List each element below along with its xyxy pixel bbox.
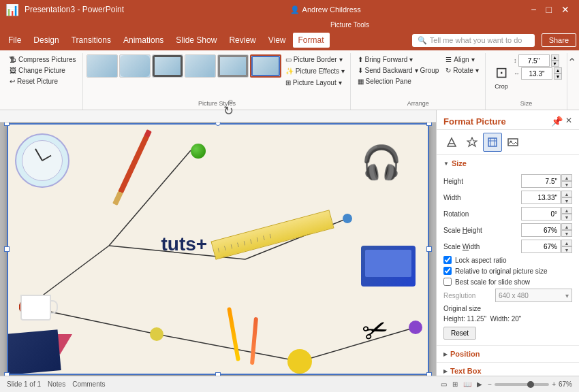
slide[interactable]: ||||||||| 🎧 tuts+ ✂: [7, 123, 429, 375]
panel-close-button[interactable]: ✕: [565, 116, 572, 127]
bring-forward-arrow: ▾: [409, 56, 413, 63]
view-reading-icon[interactable]: 📖: [463, 380, 471, 388]
reset-label: Reset Picture: [17, 78, 58, 85]
handle-mid-left[interactable]: [4, 246, 10, 252]
size-position-button[interactable]: [483, 133, 502, 152]
zoom-in-button[interactable]: +: [552, 380, 556, 388]
best-scale-checkbox[interactable]: [443, 278, 452, 286]
fill-effect-button[interactable]: [442, 133, 461, 152]
menu-item-view[interactable]: View: [263, 33, 292, 48]
height-field[interactable]: [521, 174, 561, 188]
menu-item-design[interactable]: Design: [28, 33, 64, 48]
picture-layout-button[interactable]: ⊞ Picture Layout ▾: [283, 78, 347, 88]
close-button[interactable]: ✕: [557, 3, 574, 16]
view-sorter-icon[interactable]: ⊞: [452, 380, 458, 388]
scale-width-field[interactable]: [521, 240, 561, 253]
style-thumb-6[interactable]: [250, 54, 281, 78]
scale-width-spin-up[interactable]: ▲: [561, 240, 572, 246]
scale-width-spin-down[interactable]: ▼: [561, 246, 572, 253]
view-normal-icon[interactable]: ▭: [441, 380, 447, 388]
slide-viewport[interactable]: ||||||||| 🎧 tuts+ ✂: [0, 122, 436, 376]
scale-height-spin-up[interactable]: ▲: [561, 223, 572, 230]
maximize-button[interactable]: □: [542, 3, 556, 16]
menu-item-review[interactable]: Review: [223, 33, 261, 48]
compress-icon: 🗜: [10, 56, 16, 63]
height-spin-down[interactable]: ▼: [561, 181, 572, 188]
height-input[interactable]: [518, 54, 550, 67]
arrange-column-2: ☰ Align ▾ ↻ Rotate ▾: [443, 54, 481, 76]
crop-button[interactable]: ⊡ Crop: [490, 61, 512, 93]
rotation-spin-up[interactable]: ▲: [561, 207, 572, 214]
scale-height-field[interactable]: [521, 223, 561, 237]
format-panel-header: Format Picture 📌 ✕: [437, 110, 579, 130]
title-bar: 📊 Presentation3 - PowerPoint 👤 Andrew Ch…: [0, 0, 579, 19]
reset-picture-button[interactable]: ↩ Reset Picture: [7, 76, 78, 86]
rotate-button[interactable]: ↻ Rotate ▾: [443, 65, 481, 76]
menu-item-format[interactable]: Format: [293, 33, 330, 48]
arrange-column: ⬆ Bring Forward ▾ ⬇ Send Backward ▾ Grou…: [355, 54, 442, 86]
change-picture-button[interactable]: 🖼 Change Picture: [7, 65, 78, 76]
width-spin-down[interactable]: ▼: [561, 197, 572, 204]
scale-height-spin-down[interactable]: ▼: [561, 230, 572, 237]
selection-pane-icon: ▦: [358, 78, 364, 85]
styles-content: ▭ Picture Border ▾ ✨ Picture Effects ▾ ⊞…: [87, 54, 347, 97]
position-section-header[interactable]: ▶ Position: [437, 346, 579, 363]
handle-top-left[interactable]: [4, 122, 10, 126]
comments-button[interactable]: Comments: [72, 380, 105, 388]
menu-item-file[interactable]: File: [3, 33, 27, 48]
compress-pictures-button[interactable]: 🗜 Compress Pictures: [7, 54, 78, 65]
compress-label: Compress Pictures: [18, 56, 76, 63]
share-button[interactable]: Share: [542, 33, 576, 47]
picture-button[interactable]: [503, 133, 522, 152]
notes-button[interactable]: Notes: [48, 380, 65, 388]
lock-aspect-checkbox[interactable]: [443, 256, 452, 264]
rotation-spin-down[interactable]: ▼: [561, 214, 572, 220]
handle-top-right[interactable]: [426, 122, 432, 126]
scale-height-row: Scale Height ▲ ▼: [443, 223, 572, 237]
textbox-section-header[interactable]: ▶ Text Box: [437, 363, 579, 376]
height-down[interactable]: ▼: [551, 61, 559, 67]
width-down[interactable]: ▼: [554, 74, 562, 80]
panel-pin-button[interactable]: 📌: [551, 116, 563, 127]
resolution-select[interactable]: 640 x 480 ▾: [495, 289, 572, 302]
picture-tools-bar: Picture Tools: [0, 19, 579, 30]
align-button[interactable]: ☰ Align ▾: [443, 54, 481, 65]
size-section-header[interactable]: ▼ Size: [437, 155, 579, 172]
search-bar[interactable]: 🔍 Tell me what you want to do: [412, 34, 535, 47]
width-input[interactable]: [521, 67, 552, 80]
handle-bot-center[interactable]: [215, 372, 221, 376]
width-up[interactable]: ▲: [554, 67, 562, 74]
relative-to-original-checkbox[interactable]: [443, 267, 452, 275]
zoom-out-button[interactable]: −: [488, 380, 492, 388]
style-thumb-5[interactable]: [217, 54, 249, 78]
svg-rect-19: [508, 139, 518, 146]
picture-effects-button[interactable]: ✨ Picture Effects ▾: [283, 66, 347, 76]
height-spin-up[interactable]: ▲: [561, 174, 572, 181]
bring-forward-button[interactable]: ⬆ Bring Forward ▾: [355, 54, 442, 65]
handle-bot-left[interactable]: [4, 372, 10, 376]
menu-item-animations[interactable]: Animations: [118, 33, 169, 48]
handle-mid-right[interactable]: [426, 246, 432, 252]
zoom-slider[interactable]: [495, 383, 549, 386]
style-thumb-4[interactable]: [185, 54, 216, 78]
height-up[interactable]: ▲: [551, 54, 559, 61]
rotation-spin: ▲ ▼: [561, 207, 572, 220]
menu-item-slideshow[interactable]: Slide Show: [170, 33, 222, 48]
style-thumb-2[interactable]: [119, 54, 151, 78]
view-slideshow-icon[interactable]: ▶: [477, 380, 482, 388]
collapse-ribbon-button[interactable]: ⌃: [567, 56, 576, 69]
minimize-button[interactable]: −: [527, 3, 540, 16]
style-thumb-3[interactable]: [152, 54, 183, 78]
effects-button[interactable]: [463, 133, 482, 152]
textbox-triangle: ▶: [443, 368, 448, 374]
selection-pane-button[interactable]: ▦ Selection Pane: [355, 76, 442, 86]
rotation-field[interactable]: [521, 207, 561, 220]
style-thumb-1[interactable]: [87, 54, 118, 78]
width-spin-up[interactable]: ▲: [561, 191, 572, 197]
menu-item-transitions[interactable]: Transitions: [66, 33, 116, 48]
send-backward-button[interactable]: ⬇ Send Backward ▾ Group: [355, 65, 442, 76]
picture-border-button[interactable]: ▭ Picture Border ▾: [283, 54, 347, 65]
handle-bot-right[interactable]: [426, 372, 432, 376]
width-field[interactable]: [521, 191, 561, 204]
reset-button[interactable]: Reset: [443, 327, 476, 340]
